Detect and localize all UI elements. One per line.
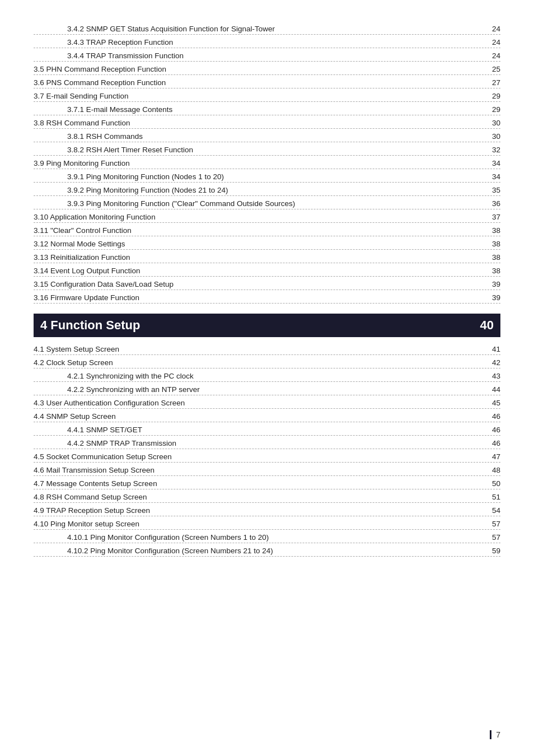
entry-page: 37 bbox=[484, 213, 500, 221]
entry-page: 39 bbox=[484, 280, 500, 288]
entry-label: 3.8.1 RSH Commands bbox=[67, 132, 484, 141]
toc-entry: 4.6 Mail Transmission Setup Screen48 bbox=[34, 464, 500, 476]
entry-page: 57 bbox=[484, 533, 500, 542]
toc-entry: 3.8 RSH Command Function30 bbox=[34, 116, 500, 129]
entry-page: 34 bbox=[484, 172, 500, 181]
entry-page: 30 bbox=[484, 119, 500, 127]
toc-entry: 3.13 Reinitialization Function38 bbox=[34, 251, 500, 263]
page-number: 7 bbox=[490, 730, 500, 739]
entry-label: 3.15 Configuration Data Save/Load Setup bbox=[34, 280, 484, 288]
section4-title: 4 Function Setup bbox=[40, 318, 140, 333]
entry-page: 38 bbox=[484, 253, 500, 262]
toc-entry: 4.1 System Setup Screen41 bbox=[34, 343, 500, 355]
entry-label: 4.7 Message Contents Setup Screen bbox=[34, 479, 484, 488]
entry-label: 3.9.2 Ping Monitoring Function (Nodes 21… bbox=[67, 186, 484, 194]
entry-label: 4.1 System Setup Screen bbox=[34, 345, 484, 353]
entry-label: 4.3 User Authentication Configuration Sc… bbox=[34, 399, 484, 407]
entry-label: 3.16 Firmware Update Function bbox=[34, 293, 484, 302]
entry-label: 4.5 Socket Communication Setup Screen bbox=[34, 452, 484, 461]
toc-entry: 3.4.2 SNMP GET Status Acquisition Functi… bbox=[34, 22, 500, 35]
entry-page: 32 bbox=[484, 146, 500, 154]
entry-page: 41 bbox=[484, 345, 500, 353]
toc-entry: 3.6 PNS Command Reception Function27 bbox=[34, 76, 500, 88]
entry-page: 36 bbox=[484, 199, 500, 208]
entry-label: 3.9 Ping Monitoring Function bbox=[34, 159, 484, 167]
toc-entry: 3.8.2 RSH Alert Timer Reset Function32 bbox=[34, 143, 500, 156]
entry-label: 3.11 "Clear" Control Function bbox=[34, 226, 484, 235]
entry-label: 3.7.1 E-mail Message Contents bbox=[67, 105, 484, 114]
toc-entry: 4.8 RSH Command Setup Screen51 bbox=[34, 491, 500, 503]
entry-page: 39 bbox=[484, 293, 500, 302]
toc-entry: 3.4.4 TRAP Transmission Function24 bbox=[34, 49, 500, 62]
toc-entry: 3.9.3 Ping Monitoring Function ("Clear" … bbox=[34, 197, 500, 209]
entry-label: 4.10.2 Ping Monitor Configuration (Scree… bbox=[67, 547, 484, 555]
entry-page: 24 bbox=[484, 52, 500, 60]
toc-entry: 3.9 Ping Monitoring Function34 bbox=[34, 157, 500, 169]
toc-entry: 3.8.1 RSH Commands30 bbox=[34, 130, 500, 142]
toc-entry: 4.2 Clock Setup Screen42 bbox=[34, 356, 500, 368]
entry-label: 4.2.1 Synchronizing with the PC clock bbox=[67, 372, 484, 380]
toc-entry: 3.11 "Clear" Control Function38 bbox=[34, 224, 500, 236]
entry-label: 3.12 Normal Mode Settings bbox=[34, 240, 484, 248]
entry-page: 42 bbox=[484, 358, 500, 367]
toc-entry: 3.5 PHN Command Reception Function25 bbox=[34, 63, 500, 75]
entry-label: 3.4.2 SNMP GET Status Acquisition Functi… bbox=[67, 25, 484, 33]
entry-label: 4.4 SNMP Setup Screen bbox=[34, 412, 484, 421]
toc-entry: 4.4.2 SNMP TRAP Transmission46 bbox=[34, 437, 500, 449]
toc-entry: 3.14 Event Log Output Function38 bbox=[34, 264, 500, 277]
entry-label: 3.6 PNS Command Reception Function bbox=[34, 78, 484, 87]
entry-page: 30 bbox=[484, 132, 500, 141]
entry-page: 46 bbox=[484, 439, 500, 447]
entry-label: 3.14 Event Log Output Function bbox=[34, 267, 484, 275]
toc-entry: 4.10 Ping Monitor setup Screen57 bbox=[34, 517, 500, 530]
entry-page: 25 bbox=[484, 65, 500, 73]
entry-page: 50 bbox=[484, 479, 500, 488]
entry-page: 24 bbox=[484, 25, 500, 33]
toc-entry: 3.7 E-mail Sending Function29 bbox=[34, 90, 500, 102]
entry-page: 51 bbox=[484, 493, 500, 501]
entry-page: 59 bbox=[484, 547, 500, 555]
entry-label: 4.4.1 SNMP SET/GET bbox=[67, 426, 484, 434]
entry-label: 3.7 E-mail Sending Function bbox=[34, 92, 484, 100]
toc-entry: 4.4.1 SNMP SET/GET46 bbox=[34, 423, 500, 436]
toc-entry: 4.4 SNMP Setup Screen46 bbox=[34, 410, 500, 422]
entry-label: 3.4.3 TRAP Reception Function bbox=[67, 38, 484, 46]
toc-entry: 4.10.2 Ping Monitor Configuration (Scree… bbox=[34, 544, 500, 557]
section4-page: 40 bbox=[480, 318, 494, 333]
entry-page: 27 bbox=[484, 78, 500, 87]
toc-entry: 3.9.2 Ping Monitoring Function (Nodes 21… bbox=[34, 184, 500, 196]
entry-page: 43 bbox=[484, 372, 500, 380]
entry-page: 29 bbox=[484, 105, 500, 114]
entry-label: 3.13 Reinitialization Function bbox=[34, 253, 484, 262]
entry-page: 34 bbox=[484, 159, 500, 167]
entry-label: 3.8.2 RSH Alert Timer Reset Function bbox=[67, 146, 484, 154]
toc-entries-section4: 4.1 System Setup Screen414.2 Clock Setup… bbox=[34, 343, 500, 557]
entry-page: 29 bbox=[484, 92, 500, 100]
entry-page: 45 bbox=[484, 399, 500, 407]
toc-entry: 4.5 Socket Communication Setup Screen47 bbox=[34, 450, 500, 463]
entry-label: 4.2 Clock Setup Screen bbox=[34, 358, 484, 367]
page-container: 3.4.2 SNMP GET Status Acquisition Functi… bbox=[0, 0, 534, 580]
entry-page: 44 bbox=[484, 385, 500, 394]
entry-label: 3.9.1 Ping Monitoring Function (Nodes 1 … bbox=[67, 172, 484, 181]
entry-page: 57 bbox=[484, 520, 500, 528]
toc-entry: 3.4.3 TRAP Reception Function24 bbox=[34, 36, 500, 48]
toc-entry: 4.10.1 Ping Monitor Configuration (Scree… bbox=[34, 531, 500, 543]
entry-page: 35 bbox=[484, 186, 500, 194]
toc-entry: 3.16 Firmware Update Function39 bbox=[34, 291, 500, 304]
entry-label: 3.9.3 Ping Monitoring Function ("Clear" … bbox=[67, 199, 484, 208]
entry-page: 46 bbox=[484, 426, 500, 434]
entry-label: 4.2.2 Synchronizing with an NTP server bbox=[67, 385, 484, 394]
entry-page: 54 bbox=[484, 506, 500, 515]
entry-label: 3.10 Application Monitoring Function bbox=[34, 213, 484, 221]
toc-entry: 4.2.1 Synchronizing with the PC clock43 bbox=[34, 370, 500, 382]
toc-entry: 3.7.1 E-mail Message Contents29 bbox=[34, 103, 500, 115]
entry-label: 4.10.1 Ping Monitor Configuration (Scree… bbox=[67, 533, 484, 542]
entry-page: 24 bbox=[484, 38, 500, 46]
entry-label: 3.5 PHN Command Reception Function bbox=[34, 65, 484, 73]
entry-page: 46 bbox=[484, 412, 500, 421]
toc-entry: 3.10 Application Monitoring Function37 bbox=[34, 211, 500, 223]
toc-entry: 4.9 TRAP Reception Setup Screen54 bbox=[34, 504, 500, 516]
toc-entry: 4.3 User Authentication Configuration Sc… bbox=[34, 396, 500, 409]
entry-label: 4.4.2 SNMP TRAP Transmission bbox=[67, 439, 484, 447]
